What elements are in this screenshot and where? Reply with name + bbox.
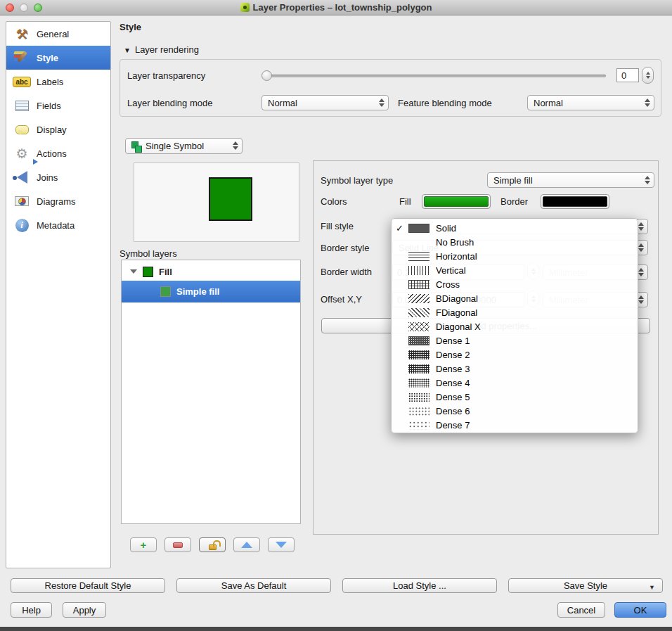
menu-item-cross[interactable]: Cross — [396, 277, 633, 291]
tree-item-simple-fill[interactable]: Simple fill — [122, 281, 300, 302]
fill-style-label: Fill style — [321, 220, 354, 233]
close-window-icon[interactable] — [6, 4, 14, 12]
pattern-dense6-swatch — [408, 407, 429, 416]
tree-item-fill[interactable]: Fill — [122, 263, 300, 280]
border-color-chip — [543, 196, 607, 207]
combo-arrows-icon — [233, 141, 238, 150]
sidebar-item-joins[interactable]: Joins — [6, 165, 110, 189]
pattern-dense2-swatch — [408, 350, 429, 359]
menu-item-dense-1[interactable]: Dense 1 — [396, 333, 633, 348]
sidebar-item-label: Labels — [37, 77, 63, 87]
layer-blending-select[interactable]: Normal — [261, 95, 389, 110]
fill-style-menu: ✓ Solid No Brush Horizontal Vertical Cro… — [391, 218, 638, 433]
sidebar-item-actions[interactable]: ⚙ Actions — [6, 141, 110, 165]
pattern-dense1-swatch — [408, 336, 429, 345]
combo-arrows-icon — [638, 268, 644, 276]
sidebar-item-metadata[interactable]: i Metadata — [6, 213, 110, 237]
sidebar-item-labels[interactable]: abc Labels — [6, 70, 110, 94]
fill-color-button[interactable] — [422, 194, 491, 209]
sidebar-item-fields[interactable]: Fields — [6, 94, 110, 117]
speech-bubble-icon — [12, 120, 32, 139]
menu-item-no-brush[interactable]: No Brush — [396, 235, 633, 249]
paintbrush-icon — [12, 49, 32, 67]
menu-item-dense-2[interactable]: Dense 2 — [396, 348, 633, 362]
expand-triangle-icon[interactable] — [130, 269, 137, 274]
title-bar: Layer Properties – lot_township_polygon — [0, 0, 672, 15]
transparency-stepper[interactable] — [642, 67, 654, 84]
menu-item-diagonal-x[interactable]: Diagonal X — [396, 319, 633, 333]
menu-item-horizontal[interactable]: Horizontal — [396, 249, 633, 263]
layer-rendering-header[interactable]: ▼Layer rendering — [124, 44, 199, 56]
border-color-label: Border — [500, 196, 528, 208]
check-icon: ✓ — [396, 223, 408, 234]
fill-color-chip — [424, 196, 489, 207]
pattern-none-swatch — [408, 238, 429, 247]
combo-arrows-icon — [645, 98, 650, 107]
move-layer-up-button[interactable] — [233, 537, 260, 552]
move-layer-down-button[interactable] — [268, 537, 295, 552]
fill-color-label: Fill — [399, 196, 411, 208]
add-symbol-layer-button[interactable]: + — [130, 537, 157, 552]
symbol-layers-label: Symbol layers — [119, 248, 177, 260]
menu-item-dense-3[interactable]: Dense 3 — [396, 362, 633, 376]
sidebar-item-display[interactable]: Display — [6, 117, 110, 141]
sidebar-item-style[interactable]: Style — [6, 46, 110, 70]
pattern-dense3-swatch — [408, 364, 429, 374]
pattern-bdiagonal-swatch — [408, 294, 429, 303]
sidebar-item-diagrams[interactable]: Diagrams — [6, 189, 110, 213]
minimize-window-icon[interactable] — [20, 4, 28, 12]
window-bottom-edge — [0, 627, 672, 631]
pattern-fdiagonal-swatch — [408, 308, 429, 317]
feature-blending-select[interactable]: Normal — [527, 95, 654, 110]
qgis-logo-icon — [240, 3, 250, 12]
tools-icon: ⚒ — [12, 25, 32, 43]
menu-item-vertical[interactable]: Vertical — [396, 263, 633, 277]
menu-item-dense-5[interactable]: Dense 5 — [396, 390, 633, 404]
single-symbol-icon — [131, 141, 141, 151]
restore-default-style-button[interactable]: Restore Default Style — [11, 578, 165, 593]
transparency-value-field[interactable]: 0 — [616, 68, 639, 82]
symbol-layers-tree: Fill Simple fill — [121, 260, 301, 524]
remove-symbol-layer-button[interactable] — [164, 537, 191, 552]
load-style-button[interactable]: Load Style ... — [342, 578, 497, 593]
border-color-button[interactable] — [541, 194, 609, 209]
properties-sidebar: ⚒ General Style abc Labels Fields Displa… — [6, 21, 111, 568]
menu-item-dense-6[interactable]: Dense 6 — [396, 404, 633, 418]
collapse-triangle-icon: ▼ — [124, 46, 131, 54]
pattern-cross-swatch — [408, 280, 429, 289]
join-arrow-icon — [12, 168, 32, 186]
menu-item-solid[interactable]: ✓ Solid — [396, 221, 633, 235]
combo-arrows-icon — [638, 295, 644, 304]
cancel-button[interactable]: Cancel — [557, 602, 605, 618]
transparency-slider-track[interactable] — [264, 75, 606, 77]
table-icon — [12, 96, 32, 115]
offset-label: Offset X,Y — [321, 293, 362, 306]
apply-button[interactable]: Apply — [63, 602, 106, 618]
minus-icon — [173, 542, 183, 548]
pattern-dense5-swatch — [408, 393, 429, 402]
save-style-button[interactable]: Save Style ▼ — [508, 578, 663, 593]
symbol-layer-type-select[interactable]: Simple fill — [487, 172, 654, 188]
menu-item-dense-4[interactable]: Dense 4 — [396, 376, 633, 390]
page-title: Style — [119, 21, 141, 34]
sidebar-item-general[interactable]: ⚒ General — [6, 22, 110, 46]
transparency-slider-knob[interactable] — [261, 70, 272, 81]
sidebar-item-label: General — [37, 29, 69, 39]
sidebar-item-label: Actions — [37, 148, 67, 159]
plus-icon: + — [141, 540, 147, 550]
sidebar-item-label: Display — [37, 125, 67, 135]
menu-item-fdiagonal[interactable]: FDiagonal — [396, 305, 633, 319]
symbol-preview-swatch — [209, 177, 252, 221]
help-button[interactable]: Help — [11, 602, 52, 618]
pattern-dense4-swatch — [408, 378, 429, 388]
pattern-diagonalx-swatch — [408, 322, 429, 331]
zoom-window-icon[interactable] — [34, 4, 42, 12]
menu-item-dense-7[interactable]: Dense 7 — [396, 418, 633, 432]
lock-color-button[interactable] — [199, 537, 226, 552]
renderer-select[interactable]: Single Symbol — [125, 138, 243, 154]
menu-item-bdiagonal[interactable]: BDiagonal — [396, 291, 633, 305]
ok-button[interactable]: OK — [614, 602, 666, 618]
colors-label: Colors — [321, 196, 347, 208]
border-width-label: Border width — [321, 266, 372, 279]
save-as-default-button[interactable]: Save As Default — [176, 578, 331, 593]
